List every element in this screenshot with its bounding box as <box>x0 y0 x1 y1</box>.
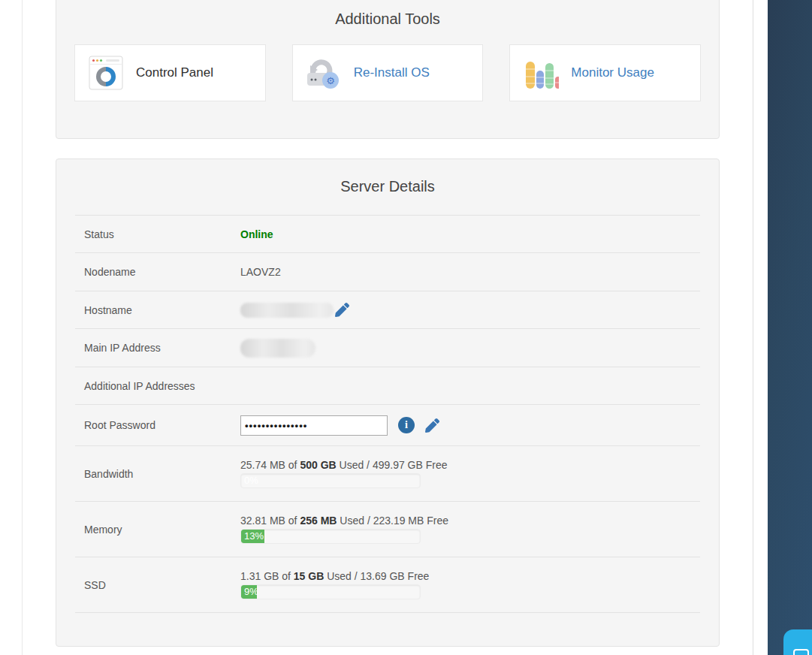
control-panel-button[interactable]: Control Panel <box>74 44 266 101</box>
hostname-redacted-value <box>240 303 334 318</box>
nodename-row: Nodename LAOVZ2 <box>75 253 700 291</box>
chat-bubble-icon <box>793 649 809 655</box>
nodename-value: LAOVZ2 <box>240 266 281 278</box>
status-row: Status Online <box>75 216 700 253</box>
monitor-usage-icon <box>523 55 559 91</box>
content-left-border <box>22 0 23 655</box>
right-side-rail <box>768 0 812 655</box>
memory-percent-label: 13% <box>244 530 264 542</box>
nodename-label: Nodename <box>84 266 240 278</box>
ssd-label: SSD <box>84 579 240 591</box>
additional-ips-row: Additional IP Addresses <box>75 367 700 405</box>
hostname-label: Hostname <box>84 304 240 316</box>
root-password-label: Root Password <box>84 419 240 431</box>
password-info-icon[interactable]: i <box>398 417 415 433</box>
status-value: Online <box>240 228 273 240</box>
edit-password-pencil-icon[interactable] <box>425 418 439 433</box>
reinstall-os-button[interactable]: ⚙ Re-Install OS <box>292 44 484 101</box>
content-right-border <box>753 0 753 655</box>
memory-usage-text: 32.81 MB of 256 MB Used / 223.19 MB Free <box>240 515 448 527</box>
ssd-percent-label: 9% <box>244 586 258 597</box>
monitor-usage-label: Monitor Usage <box>571 65 654 80</box>
bandwidth-label: Bandwidth <box>84 468 240 480</box>
ssd-row: SSD 1.31 GB of 15 GB Used / 13.69 GB Fre… <box>75 557 700 613</box>
hostname-row: Hostname <box>75 291 700 329</box>
root-password-input[interactable] <box>240 415 388 436</box>
memory-label: Memory <box>84 524 240 536</box>
ssd-progress-bar: 9% <box>240 584 421 599</box>
server-details-table: Status Online Nodename LAOVZ2 Hostname M… <box>75 215 700 613</box>
server-details-title: Server Details <box>56 159 719 195</box>
reinstall-os-icon: ⚙ <box>306 55 342 91</box>
additional-tools-panel: Additional Tools Control Panel <box>56 0 720 139</box>
server-details-panel: Server Details Status Online Nodename LA… <box>56 158 720 647</box>
edit-hostname-pencil-icon[interactable] <box>335 303 349 317</box>
bandwidth-percent-label: 0% <box>244 475 258 486</box>
bandwidth-usage-text: 25.74 MB of 500 GB Used / 499.97 GB Free <box>240 459 448 471</box>
control-panel-icon <box>88 55 124 91</box>
ssd-usage-text: 1.31 GB of 15 GB Used / 13.69 GB Free <box>240 570 429 582</box>
additional-tools-title: Additional Tools <box>56 0 719 28</box>
memory-progress-bar: 13% <box>240 529 421 544</box>
main-ip-row: Main IP Address <box>75 329 700 367</box>
monitor-usage-button[interactable]: Monitor Usage <box>509 44 701 101</box>
memory-row: Memory 32.81 MB of 256 MB Used / 223.19 … <box>75 502 700 557</box>
svg-text:⚙: ⚙ <box>326 75 335 86</box>
main-ip-label: Main IP Address <box>84 342 240 354</box>
additional-ips-label: Additional IP Addresses <box>84 380 240 392</box>
bandwidth-row: Bandwidth 25.74 MB of 500 GB Used / 499.… <box>75 446 700 502</box>
bandwidth-progress-bar: 0% <box>240 473 421 488</box>
reinstall-os-label: Re-Install OS <box>354 65 430 80</box>
status-label: Status <box>84 228 240 240</box>
root-password-row: Root Password i <box>75 405 700 446</box>
live-chat-button[interactable] <box>783 629 812 655</box>
vps-management-page: { "page": { "tools_panel": { "title": "A… <box>0 0 812 655</box>
control-panel-label: Control Panel <box>136 65 213 80</box>
tools-card-row: Control Panel ⚙ Re-Install OS <box>74 44 701 101</box>
main-ip-redacted-value <box>240 339 315 358</box>
